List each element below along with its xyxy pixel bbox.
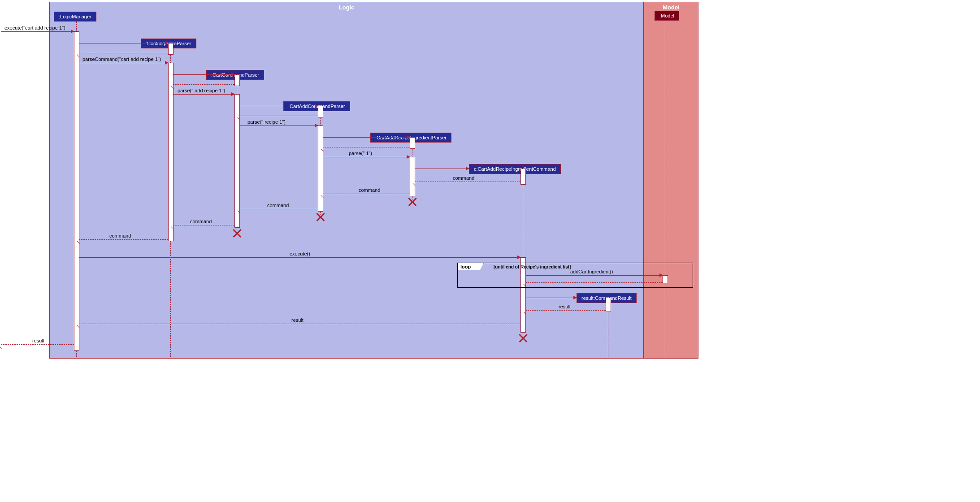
arrow-add-ingredient-ret: [525, 282, 663, 283]
label-parse3: parse(" 1"): [349, 151, 372, 156]
activation-cmd-1: [520, 169, 526, 185]
activation-cart-command-parser-2: [234, 94, 240, 228]
participant-logic-manager: :LogicManager: [54, 12, 96, 22]
arrow-parse3: [323, 157, 410, 157]
arrow-create-parser-ret: [79, 53, 168, 53]
label-result1: result: [559, 304, 571, 309]
activation-cart-add-command-parser-1: [318, 106, 323, 117]
logic-frame-title: Logic: [339, 4, 355, 11]
arrow-exec-in: [1, 31, 74, 32]
label-add-ingredient: addCartIngredient(): [570, 269, 613, 274]
participant-model: :Model: [655, 11, 679, 21]
activation-cooking-papa-parser-1: [168, 43, 173, 55]
activation-logic-manager: [74, 31, 79, 351]
arrow-cmd-ret2: [323, 194, 410, 194]
destroy-icon: [233, 229, 242, 238]
arrow-parse2: [239, 126, 318, 126]
arrow-create-cacp-ret: [239, 116, 318, 116]
label-cmd3: command: [267, 203, 289, 208]
label-cmd5: command: [109, 233, 131, 238]
destroy-icon: [519, 333, 528, 342]
loop-condition: [until end of Recipe's ingredient list]: [494, 264, 571, 269]
label-cmd2: command: [359, 187, 380, 193]
arrow-cmd-ret5: [79, 239, 168, 240]
activation-parser5-2: [410, 157, 415, 196]
lifeline-model: [665, 21, 665, 357]
label-parse1: parse(" add recipe 1"): [178, 88, 225, 93]
activation-parser5-1: [410, 137, 415, 149]
loop-keyword: loop: [457, 263, 484, 270]
arrow-create-cmd: [415, 169, 469, 169]
activation-cooking-papa-parser-2: [168, 63, 173, 241]
arrow-create-ccp: [173, 74, 234, 75]
arrow-result-ret1: [525, 310, 606, 311]
label-exec-in: execute("cart add recipe 1"): [4, 25, 65, 30]
label-cmd4: command: [190, 219, 212, 224]
arrow-create-result: [525, 298, 577, 298]
arrow-execute: [79, 257, 520, 258]
arrow-add-ingredient: [525, 275, 663, 276]
model-frame-title: Model: [663, 4, 680, 11]
arrow-create-carip-ret: [323, 147, 410, 147]
participant-command: c:CartAddRecipeIngredientCommand: [469, 164, 561, 174]
arrow-parse1: [173, 94, 234, 95]
arrow-create-ccp-ret: [173, 84, 234, 85]
destroy-icon: [316, 212, 325, 221]
logic-frame: Logic: [49, 2, 644, 359]
activation-cart-command-parser-1: [234, 74, 240, 86]
activation-cart-add-command-parser-2: [318, 126, 323, 212]
arrow-create-cacp: [239, 106, 318, 106]
label-execute: execute(): [290, 251, 310, 256]
label-cmd1: command: [453, 175, 474, 181]
label-result-out: result: [32, 338, 44, 343]
arrow-cmd-ret4: [173, 225, 234, 225]
label-parse2: parse(" recipe 1"): [247, 119, 286, 125]
label-parse-command: parseCommand("cart add recipe 1"): [82, 56, 161, 62]
arrow-result-out: [1, 344, 74, 345]
label-result2: result: [291, 317, 304, 323]
arrow-create-parser: [79, 43, 168, 43]
arrow-result-ret2: [79, 324, 520, 324]
arrow-cmd-ret3: [239, 209, 318, 209]
arrow-create-carip: [323, 137, 410, 138]
model-frame: Model: [644, 2, 698, 359]
destroy-icon: [408, 197, 417, 206]
activation-result: [606, 298, 611, 312]
arrow-parse-command: [79, 63, 168, 63]
arrow-cmd-ret1: [415, 182, 520, 182]
